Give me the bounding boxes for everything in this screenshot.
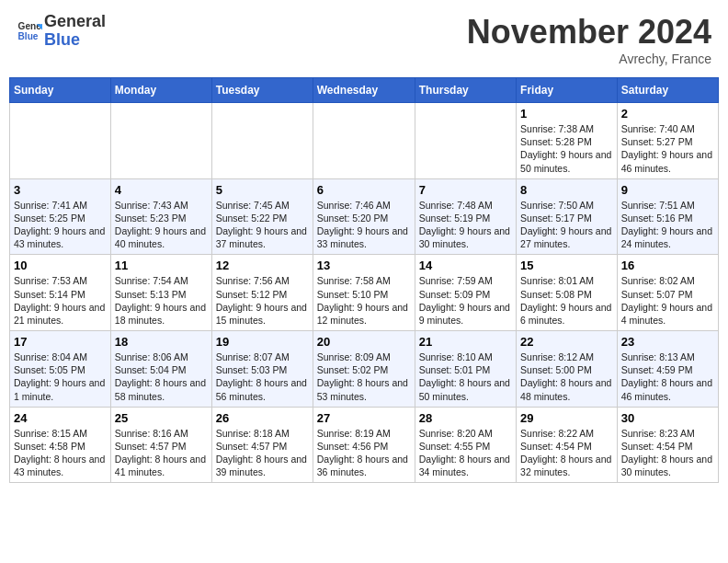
weekday-header-monday: Monday (110, 78, 211, 103)
day-info: Sunrise: 7:59 AM Sunset: 5:09 PM Dayligh… (419, 274, 512, 327)
logo-text: General Blue (44, 13, 106, 50)
day-number: 19 (216, 335, 309, 349)
calendar-cell: 7Sunrise: 7:48 AM Sunset: 5:19 PM Daylig… (415, 178, 516, 255)
day-info: Sunrise: 7:48 AM Sunset: 5:19 PM Dayligh… (419, 199, 512, 251)
logo-general: General (44, 13, 106, 31)
weekday-header-saturday: Saturday (617, 78, 718, 103)
day-number: 14 (419, 259, 512, 272)
day-info: Sunrise: 8:01 AM Sunset: 5:08 PM Dayligh… (520, 274, 613, 327)
day-number: 2 (621, 107, 714, 121)
day-number: 16 (621, 259, 714, 272)
calendar-cell (110, 103, 211, 179)
day-info: Sunrise: 8:15 AM Sunset: 4:58 PM Dayligh… (14, 427, 107, 479)
calendar-week-3: 10Sunrise: 7:53 AM Sunset: 5:14 PM Dayli… (10, 255, 719, 331)
day-info: Sunrise: 7:50 AM Sunset: 5:17 PM Dayligh… (520, 199, 613, 251)
svg-text:General: General (18, 21, 42, 31)
day-number: 12 (216, 259, 309, 272)
calendar-cell: 14Sunrise: 7:59 AM Sunset: 5:09 PM Dayli… (415, 255, 516, 331)
day-number: 21 (419, 335, 512, 349)
day-info: Sunrise: 7:56 AM Sunset: 5:12 PM Dayligh… (216, 274, 309, 327)
day-info: Sunrise: 8:06 AM Sunset: 5:04 PM Dayligh… (115, 350, 208, 403)
calendar-cell: 28Sunrise: 8:20 AM Sunset: 4:55 PM Dayli… (415, 407, 516, 483)
calendar-cell (313, 103, 415, 179)
calendar-cell: 30Sunrise: 8:23 AM Sunset: 4:54 PM Dayli… (617, 407, 718, 483)
svg-text:Blue: Blue (18, 31, 39, 41)
day-info: Sunrise: 7:51 AM Sunset: 5:16 PM Dayligh… (621, 199, 714, 251)
day-number: 11 (115, 259, 208, 272)
day-info: Sunrise: 7:53 AM Sunset: 5:14 PM Dayligh… (14, 274, 107, 327)
calendar-cell: 12Sunrise: 7:56 AM Sunset: 5:12 PM Dayli… (211, 255, 313, 331)
calendar-week-1: 1Sunrise: 7:38 AM Sunset: 5:28 PM Daylig… (10, 103, 719, 179)
calendar-cell: 17Sunrise: 8:04 AM Sunset: 5:05 PM Dayli… (10, 331, 111, 408)
calendar-cell: 13Sunrise: 7:58 AM Sunset: 5:10 PM Dayli… (313, 255, 415, 331)
day-number: 4 (115, 183, 208, 197)
day-number: 28 (419, 411, 512, 425)
calendar-cell: 27Sunrise: 8:19 AM Sunset: 4:56 PM Dayli… (313, 407, 415, 483)
calendar-cell: 2Sunrise: 7:40 AM Sunset: 5:27 PM Daylig… (617, 103, 718, 179)
weekday-header-tuesday: Tuesday (211, 78, 313, 103)
calendar-table: SundayMondayTuesdayWednesdayThursdayFrid… (9, 77, 719, 483)
day-info: Sunrise: 8:16 AM Sunset: 4:57 PM Dayligh… (115, 427, 208, 479)
day-info: Sunrise: 7:38 AM Sunset: 5:28 PM Dayligh… (520, 122, 613, 175)
calendar-cell (10, 103, 111, 179)
day-number: 24 (14, 411, 107, 425)
day-number: 15 (520, 259, 613, 272)
day-number: 23 (621, 335, 714, 349)
calendar-cell: 9Sunrise: 7:51 AM Sunset: 5:16 PM Daylig… (617, 178, 718, 255)
calendar-cell: 4Sunrise: 7:43 AM Sunset: 5:23 PM Daylig… (110, 178, 211, 255)
day-number: 25 (115, 411, 208, 425)
day-info: Sunrise: 7:43 AM Sunset: 5:23 PM Dayligh… (115, 199, 208, 251)
day-info: Sunrise: 8:22 AM Sunset: 4:54 PM Dayligh… (520, 427, 613, 479)
day-number: 6 (317, 183, 411, 197)
calendar-week-2: 3Sunrise: 7:41 AM Sunset: 5:25 PM Daylig… (10, 178, 719, 255)
day-number: 1 (520, 107, 613, 121)
weekday-header-thursday: Thursday (415, 78, 516, 103)
day-info: Sunrise: 8:13 AM Sunset: 4:59 PM Dayligh… (621, 350, 714, 403)
day-number: 8 (520, 183, 613, 197)
calendar-cell: 11Sunrise: 7:54 AM Sunset: 5:13 PM Dayli… (110, 255, 211, 331)
day-info: Sunrise: 7:45 AM Sunset: 5:22 PM Dayligh… (216, 199, 309, 251)
calendar-cell: 15Sunrise: 8:01 AM Sunset: 5:08 PM Dayli… (517, 255, 618, 331)
day-info: Sunrise: 7:41 AM Sunset: 5:25 PM Dayligh… (14, 199, 107, 251)
weekday-header-friday: Friday (517, 78, 618, 103)
location-subtitle: Avrechy, France (467, 52, 711, 66)
day-info: Sunrise: 7:40 AM Sunset: 5:27 PM Dayligh… (621, 122, 714, 175)
calendar-cell (415, 103, 516, 179)
calendar-cell: 10Sunrise: 7:53 AM Sunset: 5:14 PM Dayli… (10, 255, 111, 331)
day-number: 29 (520, 411, 613, 425)
day-info: Sunrise: 8:02 AM Sunset: 5:07 PM Dayligh… (621, 274, 714, 327)
day-number: 17 (14, 335, 107, 349)
day-number: 5 (216, 183, 309, 197)
day-number: 26 (216, 411, 309, 425)
calendar-cell: 5Sunrise: 7:45 AM Sunset: 5:22 PM Daylig… (211, 178, 313, 255)
calendar-cell: 23Sunrise: 8:13 AM Sunset: 4:59 PM Dayli… (617, 331, 718, 408)
day-info: Sunrise: 8:04 AM Sunset: 5:05 PM Dayligh… (14, 350, 107, 403)
calendar-cell: 8Sunrise: 7:50 AM Sunset: 5:17 PM Daylig… (517, 178, 618, 255)
calendar-cell: 24Sunrise: 8:15 AM Sunset: 4:58 PM Dayli… (10, 407, 111, 483)
calendar-cell: 20Sunrise: 8:09 AM Sunset: 5:02 PM Dayli… (313, 331, 415, 408)
day-number: 13 (317, 259, 411, 272)
day-number: 18 (115, 335, 208, 349)
calendar-cell: 1Sunrise: 7:38 AM Sunset: 5:28 PM Daylig… (517, 103, 618, 179)
day-number: 22 (520, 335, 613, 349)
header: General Blue General Blue November 2024 … (9, 9, 719, 70)
month-title: November 2024 (467, 13, 711, 52)
day-number: 27 (317, 411, 411, 425)
calendar-week-5: 24Sunrise: 8:15 AM Sunset: 4:58 PM Dayli… (10, 407, 719, 483)
day-info: Sunrise: 8:20 AM Sunset: 4:55 PM Dayligh… (419, 427, 512, 479)
calendar-cell: 6Sunrise: 7:46 AM Sunset: 5:20 PM Daylig… (313, 178, 415, 255)
day-info: Sunrise: 7:46 AM Sunset: 5:20 PM Dayligh… (317, 199, 411, 251)
day-info: Sunrise: 8:18 AM Sunset: 4:57 PM Dayligh… (216, 427, 309, 479)
calendar-cell: 25Sunrise: 8:16 AM Sunset: 4:57 PM Dayli… (110, 407, 211, 483)
day-info: Sunrise: 7:54 AM Sunset: 5:13 PM Dayligh… (115, 274, 208, 327)
calendar-week-4: 17Sunrise: 8:04 AM Sunset: 5:05 PM Dayli… (10, 331, 719, 408)
logo: General Blue General Blue (17, 13, 106, 50)
day-info: Sunrise: 8:12 AM Sunset: 5:00 PM Dayligh… (520, 350, 613, 403)
day-info: Sunrise: 8:23 AM Sunset: 4:54 PM Dayligh… (621, 427, 714, 479)
calendar-cell: 3Sunrise: 7:41 AM Sunset: 5:25 PM Daylig… (10, 178, 111, 255)
day-info: Sunrise: 7:58 AM Sunset: 5:10 PM Dayligh… (317, 274, 411, 327)
day-number: 10 (14, 259, 107, 272)
weekday-header-row: SundayMondayTuesdayWednesdayThursdayFrid… (10, 78, 719, 103)
calendar-cell (211, 103, 313, 179)
logo-icon: General Blue (17, 18, 42, 44)
